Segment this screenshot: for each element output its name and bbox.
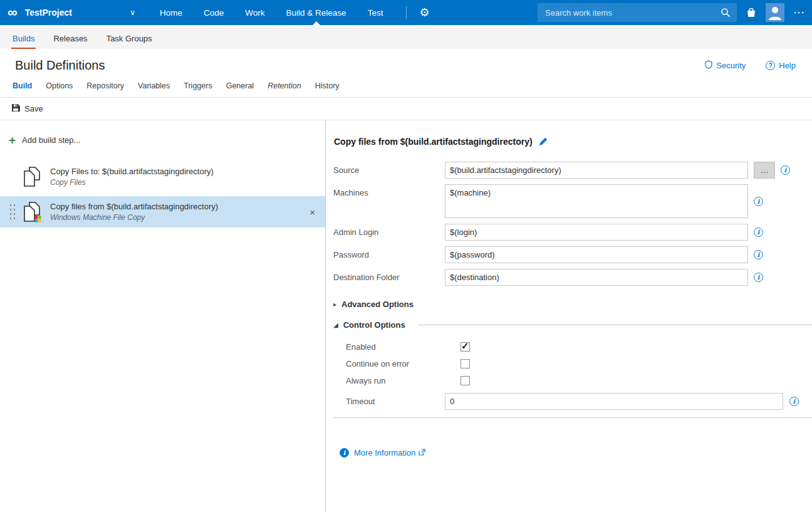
field-label: Admin Login xyxy=(333,224,445,241)
nav-test[interactable]: Test xyxy=(357,0,394,25)
info-icon[interactable]: i xyxy=(754,197,763,206)
project-name[interactable]: TestProject xyxy=(25,8,72,18)
continue-on-error-checkbox[interactable] xyxy=(461,359,470,368)
info-icon[interactable]: i xyxy=(754,250,763,259)
browse-button[interactable]: … xyxy=(754,162,775,179)
timeout-input[interactable] xyxy=(445,393,783,410)
edit-pencil-icon[interactable] xyxy=(539,137,548,146)
checkbox-row-always-run: Always run xyxy=(346,376,812,385)
security-link[interactable]: Security xyxy=(705,60,746,71)
build-step-copy-files[interactable]: Copy Files to: $(build.artifactstagingdi… xyxy=(0,161,325,192)
save-icon xyxy=(11,103,20,114)
remove-step-icon[interactable]: × xyxy=(310,207,315,217)
always-run-checkbox[interactable] xyxy=(461,376,470,385)
source-input[interactable] xyxy=(445,162,748,179)
search-box xyxy=(538,3,737,22)
nav-divider xyxy=(406,6,407,19)
more-actions-icon[interactable]: ⋯ xyxy=(793,6,804,19)
advanced-options-header[interactable]: ▸ Advanced Options xyxy=(333,300,812,309)
hub-tab-bar: Builds Releases Task Groups xyxy=(0,25,812,49)
field-row-source: Source … i xyxy=(333,162,812,179)
drag-handle-icon[interactable] xyxy=(9,203,16,221)
control-options-header[interactable]: ◢ Control Options xyxy=(333,320,812,330)
tab-releases[interactable]: Releases xyxy=(52,28,88,49)
field-label: Machines xyxy=(333,184,445,218)
enabled-checkbox[interactable] xyxy=(461,342,470,352)
step-subtitle: Copy Files xyxy=(50,178,214,187)
nav-code[interactable]: Code xyxy=(193,0,234,25)
field-row-password: Password i xyxy=(333,246,812,263)
expanded-triangle-icon: ◢ xyxy=(333,321,338,328)
field-row-machines: Machines $(machine) i xyxy=(333,184,812,218)
application-window: ∞ TestProject ∨ Home Code Work Build & R… xyxy=(0,0,812,512)
info-icon[interactable]: i xyxy=(789,397,799,406)
step-title: Copy files from $(build.artifactstagingd… xyxy=(50,202,218,211)
tab-builds[interactable]: Builds xyxy=(11,28,36,49)
tab-general[interactable]: General xyxy=(226,81,254,97)
task-configuration-form: Copy files from $(build.artifactstagingd… xyxy=(326,120,812,512)
info-icon[interactable]: i xyxy=(754,227,763,237)
command-toolbar: Save xyxy=(0,98,812,120)
more-information-link[interactable]: More Information xyxy=(354,448,425,457)
definition-tab-strip: Build Options Repository Variables Trigg… xyxy=(0,79,812,98)
task-heading-row: Copy files from $(build.artifactstagingd… xyxy=(334,137,812,147)
marketplace-bag-icon[interactable] xyxy=(746,7,757,18)
help-link[interactable]: ? Help xyxy=(766,60,796,71)
field-row-timeout: Timeout i xyxy=(346,393,812,410)
save-button[interactable]: Save xyxy=(11,103,43,114)
page-title: Build Definitions xyxy=(15,58,105,73)
tab-retention[interactable]: Retention xyxy=(268,81,301,97)
password-input[interactable] xyxy=(445,246,748,263)
field-row-admin-login: Admin Login i xyxy=(333,224,812,241)
info-filled-icon: i xyxy=(340,448,349,457)
tab-history[interactable]: History xyxy=(315,81,340,97)
page-header: Build Definitions Security ? Help xyxy=(0,49,812,79)
tab-repository[interactable]: Repository xyxy=(86,81,124,97)
destination-folder-input[interactable] xyxy=(445,269,748,286)
nav-build-release[interactable]: Build & Release xyxy=(276,0,357,25)
tab-build[interactable]: Build xyxy=(13,81,32,97)
task-heading: Copy files from $(build.artifactstagingd… xyxy=(334,137,533,147)
add-build-step-button[interactable]: + Add build step... xyxy=(9,135,325,145)
nav-home[interactable]: Home xyxy=(149,0,193,25)
build-steps-panel: + Add build step... Copy Files to: $(bui… xyxy=(0,120,326,512)
shield-icon xyxy=(705,60,712,71)
search-icon[interactable] xyxy=(721,8,731,18)
tab-task-groups[interactable]: Task Groups xyxy=(105,28,154,49)
more-information-row: i More Information xyxy=(340,448,812,457)
step-subtitle: Windows Machine File Copy xyxy=(50,213,218,222)
machines-input[interactable]: $(machine) xyxy=(445,184,748,218)
help-icon: ? xyxy=(766,61,775,70)
tab-variables[interactable]: Variables xyxy=(138,81,170,97)
plus-icon: + xyxy=(9,136,16,145)
step-title: Copy Files to: $(build.artifactstagingdi… xyxy=(50,167,214,176)
top-navigation-bar: ∞ TestProject ∨ Home Code Work Build & R… xyxy=(0,0,812,25)
field-label: Source xyxy=(333,162,445,179)
tab-triggers[interactable]: Triggers xyxy=(184,81,212,97)
checkbox-row-continue-on-error: Continue on error xyxy=(346,359,812,368)
gear-icon[interactable]: ⚙ xyxy=(419,6,429,19)
header-links: Security ? Help xyxy=(705,60,796,71)
page-content: Build Definitions Security ? Help Build … xyxy=(0,49,812,512)
collapsed-triangle-icon: ▸ xyxy=(333,301,336,308)
info-icon[interactable]: i xyxy=(781,165,790,175)
chevron-down-icon[interactable]: ∨ xyxy=(130,8,135,17)
search-input[interactable] xyxy=(544,8,721,18)
main-nav: Home Code Work Build & Release Test xyxy=(149,0,393,25)
build-steps-list: Copy Files to: $(build.artifactstagingdi… xyxy=(0,161,325,227)
nav-work[interactable]: Work xyxy=(234,0,275,25)
build-step-windows-machine-file-copy[interactable]: Copy files from $(build.artifactstagingd… xyxy=(0,196,325,227)
main-area: + Add build step... Copy Files to: $(bui… xyxy=(0,120,812,512)
project-selector: ∞ TestProject ∨ xyxy=(0,0,149,25)
user-avatar[interactable] xyxy=(766,3,784,22)
admin-login-input[interactable] xyxy=(445,224,748,241)
tab-options[interactable]: Options xyxy=(46,81,73,97)
visual-studio-logo-icon[interactable]: ∞ xyxy=(8,6,18,19)
control-options-body: Enabled Continue on error Always run Tim… xyxy=(346,342,812,410)
copy-files-icon xyxy=(23,166,41,187)
info-icon[interactable]: i xyxy=(754,273,763,282)
section-rule xyxy=(333,417,812,418)
field-label: Password xyxy=(333,246,445,263)
windows-machine-file-copy-icon xyxy=(23,201,41,222)
field-label: Destination Folder xyxy=(333,269,445,286)
